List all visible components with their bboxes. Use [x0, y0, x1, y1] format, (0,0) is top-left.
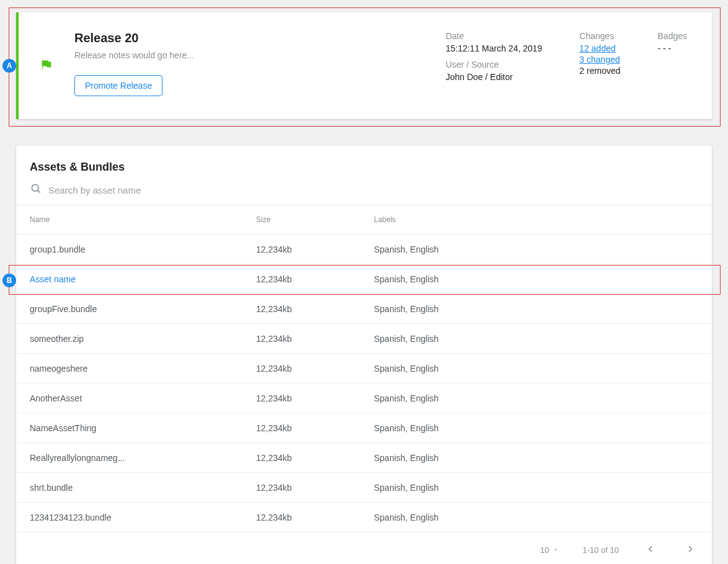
- prev-page-button[interactable]: [642, 541, 659, 559]
- badges-value: - - -: [658, 43, 687, 53]
- release-card: Release 20 Release notes would go here..…: [16, 12, 712, 119]
- asset-labels: Spanish, English: [374, 453, 698, 463]
- changes-added-link[interactable]: 12 added: [579, 43, 620, 53]
- table-row[interactable]: nameogeshere12,234kbSpanish, English: [16, 354, 712, 383]
- asset-name: group1.bundle: [30, 244, 256, 254]
- meta-changes: Changes 12 added 3 changed 2 removed: [579, 31, 620, 119]
- asset-size: 12,234kb: [256, 513, 374, 522]
- asset-labels: Spanish, English: [374, 513, 698, 522]
- asset-labels: Spanish, English: [374, 274, 698, 284]
- user-label: User / Source: [446, 60, 543, 69]
- col-header-size[interactable]: Size: [256, 215, 374, 224]
- promote-release-button[interactable]: Promote Release: [74, 75, 162, 96]
- asset-name: NameAssetThing: [30, 423, 256, 433]
- asset-size: 12,234kb: [256, 364, 374, 374]
- table-row[interactable]: AnotherAsset12,234kbSpanish, English: [16, 383, 712, 413]
- svg-line-1: [38, 190, 40, 193]
- asset-size: 12,234kb: [256, 244, 374, 254]
- table-row[interactable]: shrt.bundle12,234kbSpanish, English: [16, 473, 712, 503]
- asset-size: 12,234kb: [256, 393, 374, 403]
- table-header: Name Size Labels: [16, 205, 712, 235]
- page-size-selector[interactable]: 10: [540, 545, 559, 555]
- asset-size: 12,234kb: [256, 483, 374, 493]
- asset-name: 12341234123.bundle: [30, 513, 256, 522]
- date-value: 15:12:11 March 24, 2019: [446, 43, 543, 53]
- table-row[interactable]: NameAssetThing12,234kbSpanish, English: [16, 413, 712, 443]
- release-title: Release 20: [74, 31, 446, 45]
- release-icon-area: [19, 12, 74, 119]
- assets-card: Assets & Bundles Name Size Labels group1…: [16, 146, 712, 564]
- table-row[interactable]: someother.zip12,234kbSpanish, English: [16, 324, 712, 354]
- release-meta: Date 15:12:11 March 24, 2019 User / Sour…: [446, 12, 712, 119]
- badges-label: Badges: [658, 31, 687, 41]
- release-notes: Release notes would go here...: [74, 50, 446, 60]
- asset-name: Reallyreallylongnameg...: [30, 453, 256, 463]
- asset-labels: Spanish, English: [374, 423, 698, 433]
- table-row[interactable]: Asset name12,234kbSpanish, English: [16, 264, 712, 294]
- asset-labels: Spanish, English: [374, 393, 698, 403]
- asset-name: AnotherAsset: [30, 393, 256, 403]
- asset-name: nameogeshere: [30, 364, 256, 374]
- asset-labels: Spanish, English: [374, 483, 698, 493]
- asset-name: Asset name: [30, 274, 256, 284]
- assets-title: Assets & Bundles: [30, 161, 698, 174]
- table-row[interactable]: groupFive.bundle12,234kbSpanish, English: [16, 294, 712, 324]
- flag-icon: [40, 58, 53, 74]
- svg-point-0: [32, 184, 38, 191]
- table-row[interactable]: 12341234123.bundle12,234kbSpanish, Engli…: [16, 503, 712, 532]
- search-input[interactable]: [48, 185, 698, 195]
- search-row: [30, 182, 698, 197]
- asset-size: 12,234kb: [256, 274, 374, 284]
- asset-labels: Spanish, English: [374, 244, 698, 254]
- table-row[interactable]: Reallyreallylongnameg...12,234kbSpanish,…: [16, 443, 712, 473]
- asset-name: groupFive.bundle: [30, 304, 256, 314]
- col-header-labels[interactable]: Labels: [374, 215, 698, 224]
- asset-size: 12,234kb: [256, 304, 374, 314]
- meta-date-user: Date 15:12:11 March 24, 2019 User / Sour…: [446, 31, 543, 119]
- annotation-badge-b: B: [2, 274, 16, 287]
- asset-name: someother.zip: [30, 334, 256, 344]
- changes-changed-link[interactable]: 3 changed: [579, 55, 620, 65]
- assets-header: Assets & Bundles: [16, 146, 712, 205]
- asset-labels: Spanish, English: [374, 334, 698, 344]
- assets-table: Name Size Labels group1.bundle12,234kbSp…: [16, 205, 712, 564]
- user-value: John Doe / Editor: [446, 72, 543, 82]
- asset-size: 12,234kb: [256, 453, 374, 463]
- asset-size: 12,234kb: [256, 334, 374, 344]
- asset-name: shrt.bundle: [30, 483, 256, 493]
- changes-label: Changes: [579, 31, 620, 41]
- annotation-badge-a: A: [2, 59, 16, 73]
- release-main: Release 20 Release notes would go here..…: [74, 12, 446, 119]
- col-header-name[interactable]: Name: [30, 215, 256, 224]
- search-icon: [30, 182, 42, 197]
- meta-badges: Badges - - -: [658, 31, 687, 119]
- chevron-down-icon: [553, 545, 559, 555]
- page-size-value: 10: [540, 545, 549, 555]
- changes-removed: 2 removed: [579, 66, 620, 76]
- next-page-button[interactable]: [682, 541, 698, 559]
- asset-labels: Spanish, English: [374, 304, 698, 314]
- table-footer: 10 1-10 of 10: [16, 532, 712, 564]
- date-label: Date: [446, 31, 543, 41]
- table-body: group1.bundle12,234kbSpanish, EnglishAss…: [16, 235, 712, 532]
- pagination-range: 1-10 of 10: [582, 545, 619, 555]
- asset-labels: Spanish, English: [374, 364, 698, 374]
- asset-size: 12,234kb: [256, 423, 374, 433]
- table-row[interactable]: group1.bundle12,234kbSpanish, English: [16, 235, 712, 264]
